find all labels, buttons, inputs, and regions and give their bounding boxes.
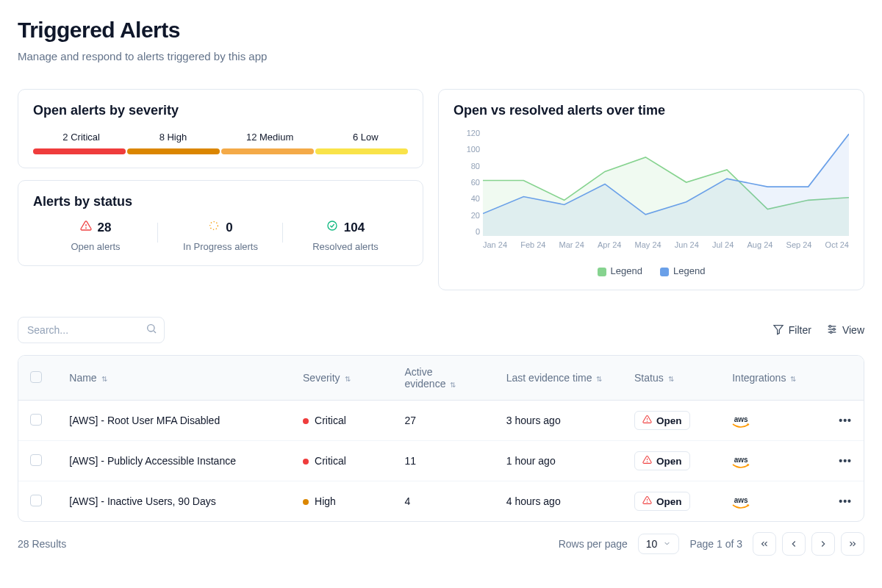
cell-severity: Critical (291, 441, 392, 481)
severity-dot-icon (303, 459, 309, 465)
filter-icon (772, 323, 784, 337)
view-label: View (842, 324, 864, 336)
alert-triangle-icon (642, 415, 652, 426)
aws-integration-badge: aws (732, 416, 750, 429)
rows-per-page-label: Rows per page (559, 538, 628, 550)
svg-point-12 (830, 331, 832, 333)
chart-x-axis: Jan 24Feb 24Mar 24Apr 24May 24Jun 24Jul … (483, 240, 849, 249)
status-count: 104 (344, 220, 365, 235)
cell-severity: High (291, 481, 392, 522)
view-button[interactable]: View (826, 323, 864, 337)
aws-integration-badge: aws (732, 456, 750, 470)
status-label: In Progress alerts (158, 241, 283, 252)
status-label: Resolved alerts (283, 241, 408, 252)
col-header-status[interactable]: Status (634, 372, 664, 384)
severity-critical-label: 2 Critical (62, 132, 100, 143)
aws-integration-badge: aws (732, 497, 750, 510)
table-row[interactable]: [AWS] - Inactive Users, 90 Days High 4 4… (18, 481, 864, 522)
severity-card-title: Open alerts by severity (33, 103, 408, 118)
col-header-evidence[interactable]: Active evidence (404, 366, 445, 390)
status-item: 28 Open alerts (33, 220, 158, 252)
col-header-integrations[interactable]: Integrations (732, 372, 786, 384)
sort-icon: ⇅ (668, 375, 674, 383)
page-next-button[interactable] (811, 532, 835, 556)
row-checkbox[interactable] (30, 414, 42, 426)
svg-point-11 (833, 328, 835, 330)
status-item: 104 Resolved alerts (283, 220, 408, 252)
results-count: 28 Results (18, 538, 66, 550)
page-subtitle: Manage and respond to alerts triggered b… (18, 50, 864, 62)
search-input[interactable] (18, 317, 165, 343)
chart-plot-area (483, 129, 849, 236)
legend-swatch (598, 268, 606, 276)
row-checkbox[interactable] (30, 495, 42, 506)
svg-point-16 (647, 462, 648, 462)
select-all-checkbox[interactable] (30, 371, 42, 383)
chart-card-title: Open vs resolved alerts over time (453, 103, 849, 118)
sliders-icon (826, 323, 838, 337)
col-header-name[interactable]: Name (69, 372, 96, 384)
status-card-title: Alerts by status (33, 194, 408, 209)
severity-segment (33, 148, 126, 154)
status-count: 28 (98, 220, 112, 235)
svg-point-3 (328, 221, 337, 230)
open-vs-resolved-chart-card: Open vs resolved alerts over time 120100… (438, 89, 864, 290)
alerts-table: Name⇅ Severity⇅ Active evidence⇅ Last ev… (18, 356, 864, 521)
legend-item: Legend (660, 265, 705, 276)
svg-point-14 (647, 421, 648, 422)
page-first-button[interactable] (753, 532, 776, 556)
cell-last-evidence: 1 hour ago (495, 441, 623, 481)
cell-name: [AWS] - Root User MFA Disabled (57, 401, 291, 441)
open-alerts-by-severity-card: Open alerts by severity 2 Critical 8 Hig… (18, 89, 423, 168)
svg-point-1 (85, 228, 86, 229)
filter-label: Filter (789, 324, 811, 336)
row-more-button[interactable]: ••• (839, 495, 852, 507)
severity-dot-icon (303, 418, 309, 424)
table-row[interactable]: [AWS] - Root User MFA Disabled Critical … (18, 401, 864, 441)
status-badge[interactable]: Open (634, 451, 690, 470)
status-badge[interactable]: Open (634, 411, 690, 430)
col-header-last-evidence[interactable]: Last evidence time (506, 372, 592, 384)
page-indicator: Page 1 of 3 (689, 538, 742, 550)
chart-legend: LegendLegend (453, 265, 849, 276)
severity-progress-bar (33, 148, 408, 154)
severity-high-label: 8 High (159, 132, 187, 143)
alert-triangle-icon (642, 495, 652, 507)
sort-icon: ⇅ (101, 375, 107, 383)
page-prev-button[interactable] (782, 532, 806, 556)
svg-line-5 (154, 331, 156, 333)
check-circle-icon (326, 220, 338, 235)
rows-per-page-select[interactable]: 10 (638, 534, 680, 554)
chevron-down-icon (663, 538, 671, 550)
status-label: Open alerts (33, 241, 158, 252)
cell-name: [AWS] - Inactive Users, 90 Days (57, 481, 291, 522)
page-last-button[interactable] (841, 532, 864, 556)
table-row[interactable]: [AWS] - Publicly Accessible Instance Cri… (18, 441, 864, 481)
sort-icon: ⇅ (450, 381, 456, 389)
svg-point-4 (148, 325, 154, 331)
severity-medium-label: 12 Medium (246, 132, 293, 143)
svg-point-18 (647, 502, 648, 503)
cell-evidence: 27 (392, 401, 494, 441)
sort-icon: ⇅ (790, 375, 796, 383)
cell-name: [AWS] - Publicly Accessible Instance (57, 441, 291, 481)
col-header-severity[interactable]: Severity (303, 372, 340, 384)
alerts-by-status-card: Alerts by status 28 Open alerts 0 In Pro… (18, 180, 423, 266)
severity-segment (127, 148, 220, 154)
sort-icon: ⇅ (345, 375, 351, 383)
severity-dot-icon (303, 499, 309, 505)
severity-segment (315, 148, 408, 154)
page-title: Triggered Alerts (18, 18, 864, 43)
rows-per-page-value: 10 (646, 538, 658, 550)
cell-evidence: 4 (392, 481, 494, 522)
status-badge[interactable]: Open (634, 492, 690, 511)
row-more-button[interactable]: ••• (839, 455, 852, 467)
filter-button[interactable]: Filter (772, 323, 811, 337)
svg-point-10 (829, 325, 831, 327)
sort-icon: ⇅ (596, 375, 602, 383)
row-checkbox[interactable] (30, 454, 42, 466)
cell-last-evidence: 4 hours ago (495, 481, 623, 522)
row-more-button[interactable]: ••• (839, 415, 852, 426)
legend-swatch (660, 268, 669, 276)
legend-item: Legend (598, 265, 642, 276)
